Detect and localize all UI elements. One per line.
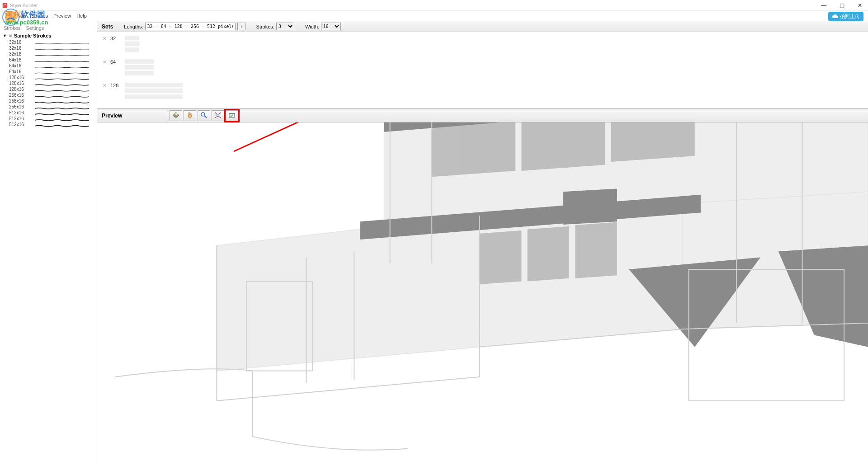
- stroke-label: 512x16: [9, 122, 28, 127]
- set-bar[interactable]: [125, 65, 154, 70]
- sidebar-group-header[interactable]: ▼ ✕ Sample Strokes: [0, 32, 97, 39]
- maximize-button[interactable]: ▢: [835, 1, 848, 10]
- minimize-button[interactable]: —: [817, 1, 830, 10]
- svg-line-6: [204, 116, 207, 118]
- zoom-icon: [200, 112, 208, 120]
- update-button[interactable]: [226, 110, 238, 121]
- update-icon: [228, 112, 236, 120]
- menu-strokes[interactable]: Strokes: [31, 13, 48, 19]
- stroke-row[interactable]: 256x16: [0, 104, 97, 110]
- stroke-row[interactable]: 32x16: [0, 45, 97, 51]
- stroke-row[interactable]: 128x16: [0, 75, 97, 80]
- menubar: File Edit Strokes Preview Help: [0, 11, 868, 21]
- stroke-label: 128x16: [9, 87, 28, 92]
- stroke-row[interactable]: 512x16: [0, 122, 97, 127]
- stroke-row[interactable]: 32x16: [0, 39, 97, 45]
- stroke-preview: [30, 123, 94, 126]
- stroke-label: 128x16: [9, 81, 28, 86]
- delete-set-icon[interactable]: ✕: [103, 59, 107, 65]
- set-bars: [125, 83, 183, 99]
- stroke-preview: [30, 94, 94, 97]
- svg-marker-17: [480, 230, 522, 284]
- titlebar: Style Builder — ▢ ✕: [0, 0, 868, 11]
- zoom-extents-button[interactable]: [212, 110, 224, 121]
- set-length-label: 32: [110, 36, 121, 41]
- stroke-preview: [30, 118, 94, 120]
- stroke-row[interactable]: 64x16: [0, 63, 97, 69]
- zoom-button[interactable]: [198, 110, 210, 121]
- preview-canvas[interactable]: [97, 122, 868, 470]
- svg-point-7: [217, 114, 219, 117]
- strokes-count-label: Strokes:: [256, 24, 274, 29]
- stroke-row[interactable]: 512x16: [0, 110, 97, 116]
- width-select[interactable]: 16: [321, 23, 341, 30]
- set-row: ✕64: [97, 56, 868, 79]
- stroke-label: 256x16: [9, 93, 28, 98]
- stroke-preview: [30, 112, 94, 114]
- set-bar[interactable]: [125, 83, 183, 87]
- orbit-button[interactable]: [170, 110, 182, 121]
- stroke-preview: [30, 82, 94, 85]
- stroke-row[interactable]: 128x16: [0, 80, 97, 86]
- stroke-label: 256x16: [9, 99, 28, 103]
- set-bar[interactable]: [125, 89, 183, 93]
- stroke-label: 32x16: [9, 46, 28, 51]
- set-bars: [125, 36, 139, 52]
- set-bar[interactable]: [125, 94, 183, 99]
- sidebar: Strokes Settings ▼ ✕ Sample Strokes 32x1…: [0, 21, 97, 470]
- svg-point-5: [201, 113, 205, 116]
- upload-badge[interactable]: 拍照上传: [828, 12, 863, 21]
- delete-set-icon[interactable]: ✕: [103, 83, 107, 89]
- set-bar[interactable]: [125, 42, 139, 46]
- menu-help[interactable]: Help: [76, 13, 87, 19]
- stroke-preview: [30, 88, 94, 91]
- set-bar[interactable]: [125, 47, 139, 52]
- collapse-arrow-icon: ▼: [3, 33, 7, 38]
- stroke-preview: [30, 100, 94, 103]
- set-row: ✕32: [97, 32, 868, 56]
- set-bar[interactable]: [125, 59, 154, 64]
- stroke-preview: [30, 47, 94, 50]
- svg-rect-9: [229, 113, 235, 114]
- add-length-button[interactable]: +: [237, 23, 245, 30]
- stroke-preview: [30, 76, 94, 79]
- sidebar-tab-settings[interactable]: Settings: [26, 25, 44, 31]
- strokes-count-select[interactable]: 3: [276, 23, 294, 30]
- set-bar[interactable]: [125, 71, 154, 75]
- stroke-label: 32x16: [9, 52, 28, 56]
- svg-marker-16: [611, 122, 695, 162]
- stroke-row[interactable]: 512x16: [0, 116, 97, 122]
- lengths-input[interactable]: [145, 23, 236, 30]
- stroke-label: 64x16: [9, 63, 28, 68]
- stroke-preview: [30, 41, 94, 44]
- delete-group-icon[interactable]: ✕: [9, 33, 12, 38]
- stroke-label: 32x16: [9, 40, 28, 45]
- width-label: Width:: [305, 24, 319, 29]
- stroke-row[interactable]: 64x16: [0, 57, 97, 63]
- app-icon: [2, 2, 8, 9]
- set-bars: [125, 59, 154, 75]
- set-bar[interactable]: [125, 36, 139, 40]
- stroke-row[interactable]: 128x16: [0, 86, 97, 92]
- stroke-row[interactable]: 64x16: [0, 69, 97, 75]
- stroke-preview: [30, 106, 94, 108]
- stroke-preview: [30, 53, 94, 56]
- sidebar-group-name: Sample Strokes: [14, 33, 52, 38]
- set-row: ✕128: [97, 79, 868, 103]
- zoom-extents-icon: [214, 112, 222, 120]
- app-logo-icon: [2, 8, 20, 26]
- preview-title: Preview: [102, 113, 165, 119]
- svg-marker-15: [521, 122, 605, 171]
- stroke-label: 64x16: [9, 69, 28, 74]
- menu-preview[interactable]: Preview: [53, 13, 71, 19]
- delete-set-icon[interactable]: ✕: [103, 36, 107, 42]
- pan-button[interactable]: [184, 110, 196, 121]
- stroke-preview: [30, 70, 94, 73]
- svg-marker-14: [432, 122, 515, 177]
- stroke-row[interactable]: 256x16: [0, 98, 97, 104]
- stroke-row[interactable]: 256x16: [0, 92, 97, 98]
- sets-title: Sets: [102, 24, 113, 30]
- close-button[interactable]: ✕: [854, 1, 866, 10]
- stroke-label: 512x16: [9, 110, 28, 115]
- stroke-row[interactable]: 32x16: [0, 51, 97, 57]
